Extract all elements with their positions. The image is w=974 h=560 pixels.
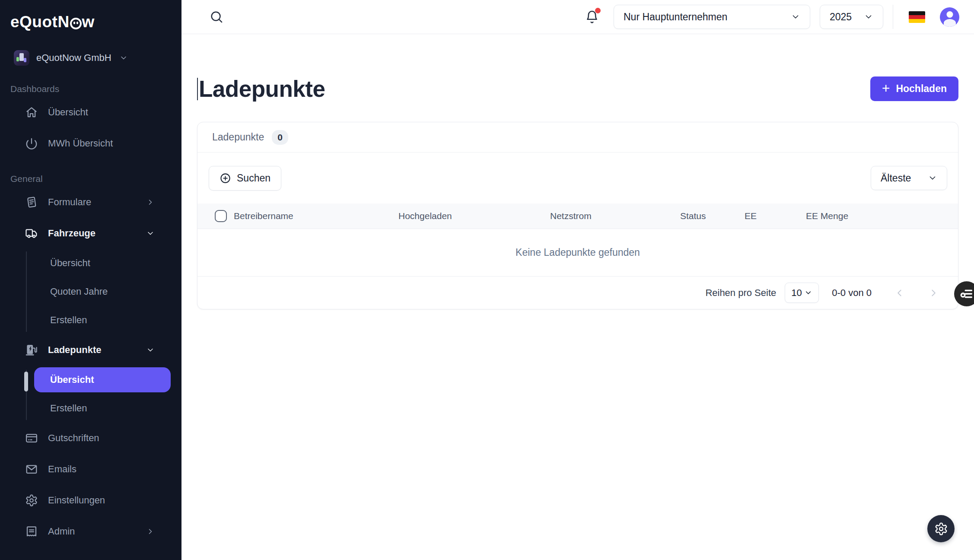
sidebar-item-label: Übersicht <box>48 107 88 118</box>
search-filter-button[interactable]: Suchen <box>209 166 281 191</box>
sidebar-item-label: Übersicht <box>50 258 90 269</box>
sidebar-subitem-fahrzeuge-erstellen[interactable]: Erstellen <box>0 306 181 334</box>
flag-gold-stripe <box>909 19 925 23</box>
chevron-down-icon <box>146 229 155 238</box>
sidebar-item-emails[interactable]: Emails <box>0 454 181 485</box>
settings-fab-button[interactable] <box>927 515 955 542</box>
upload-button-label: Hochladen <box>896 83 947 95</box>
table-header: Betreibername Hochgeladen Netzstrom Stat… <box>197 204 958 229</box>
sidebar-subitem-quoten-jahre[interactable]: Quoten Jahre <box>0 277 181 306</box>
sort-select[interactable]: Älteste <box>871 166 947 190</box>
topbar-divider <box>893 5 893 29</box>
main-content: Ladepunkte + Hochladen Ladepunkte 0 Such… <box>181 34 974 560</box>
next-page-button[interactable] <box>928 287 939 299</box>
plus-icon: + <box>882 81 890 95</box>
topbar: Nur Hauptunternehmen 2025 <box>181 0 974 34</box>
plug-icon <box>70 18 82 29</box>
sidebar-item-label: Quoten Jahre <box>50 286 108 297</box>
tab-row: Ladepunkte 0 <box>197 122 958 153</box>
logo-text: eQuotNw <box>10 13 95 31</box>
chevron-down-icon <box>146 346 155 354</box>
gear-icon <box>934 522 948 536</box>
column-header: Netzstrom <box>550 211 680 221</box>
section-label-dashboards: Dashboards <box>10 84 181 94</box>
text-caret <box>197 78 198 100</box>
company-switcher[interactable]: eQuotNow GmbH <box>10 47 175 69</box>
sidebar-item-label: Fahrzeuge <box>48 228 95 239</box>
mail-icon <box>25 462 38 476</box>
rows-per-page-label: Reihen pro Seite <box>705 287 776 299</box>
sidebar-item-label: MWh Übersicht <box>48 138 113 149</box>
german-flag-icon[interactable] <box>909 11 925 23</box>
column-header: EE Menge <box>806 211 958 221</box>
previous-page-button[interactable] <box>894 287 905 299</box>
count-badge: 0 <box>272 130 288 145</box>
sidebar-item-einstellungen[interactable]: Einstellungen <box>0 485 181 516</box>
search-icon[interactable] <box>209 10 224 24</box>
year-value: 2025 <box>830 11 852 23</box>
power-icon <box>25 137 38 150</box>
sidebar-item-mwh-uebersicht[interactable]: MWh Übersicht <box>0 128 181 159</box>
chevron-down-icon <box>864 12 873 22</box>
tab-ladepunkte[interactable]: Ladepunkte <box>212 131 264 143</box>
chevron-right-icon <box>146 527 155 536</box>
gear-icon <box>25 493 38 507</box>
topbar-right: Nur Hauptunternehmen 2025 <box>585 5 959 29</box>
sort-value: Älteste <box>881 172 911 184</box>
column-header: Betreibername <box>234 211 398 221</box>
year-select[interactable]: 2025 <box>820 5 883 29</box>
sidebar-item-uebersicht[interactable]: Übersicht <box>0 97 181 128</box>
ladepunkte-sub-list: Übersicht Erstellen <box>0 367 181 423</box>
chevron-down-icon <box>928 173 937 183</box>
column-header: Status <box>680 211 745 221</box>
sidebar-item-label: Formulare <box>48 197 91 208</box>
user-avatar[interactable] <box>940 7 959 27</box>
sidebar-item-gutschriften[interactable]: Gutschriften <box>0 423 181 454</box>
sidebar-item-label: Erstellen <box>50 315 87 326</box>
sidebar-item-label: Erstellen <box>50 403 87 414</box>
company-name: eQuotNow GmbH <box>36 52 111 64</box>
sidebar-item-label: Ladepunkte <box>48 344 101 356</box>
sidebar-subitem-ladepunkte-erstellen[interactable]: Erstellen <box>0 394 181 423</box>
sidebar: eQuotNw eQuotNow GmbH Dashboards Übersic… <box>0 0 181 560</box>
sidebar-subitem-ladepunkte-uebersicht[interactable]: Übersicht <box>34 367 171 392</box>
rows-per-page-value: 10 <box>791 287 802 299</box>
sidebar-subitem-fahrzeuge-uebersicht[interactable]: Übersicht <box>0 249 181 277</box>
sidebar-item-formulare[interactable]: Formulare <box>0 187 181 218</box>
ladepunkte-card: Ladepunkte 0 Suchen Älteste Betreibernam… <box>197 122 958 309</box>
upload-button[interactable]: + Hochladen <box>870 76 958 101</box>
chevron-down-icon <box>791 12 800 22</box>
column-header: Hochgeladen <box>398 211 550 221</box>
sidebar-item-label: Übersicht <box>50 374 94 385</box>
active-item-indicator <box>24 372 28 391</box>
pagination: Reihen pro Seite 10 0-0 von 0 <box>197 277 958 309</box>
receipt-icon <box>25 525 38 538</box>
sidebar-item-ladepunkte[interactable]: Ladepunkte <box>0 334 181 366</box>
flag-red-stripe <box>909 15 925 19</box>
credit-card-icon <box>25 431 38 445</box>
charging-station-icon <box>25 343 38 357</box>
company-avatar <box>14 50 29 66</box>
form-icon <box>25 195 38 209</box>
notifications-button[interactable] <box>585 10 599 24</box>
flag-black-stripe <box>909 11 925 15</box>
sidebar-item-admin[interactable]: Admin <box>0 516 181 547</box>
select-all-checkbox[interactable] <box>215 210 227 222</box>
fahrzeuge-sub-list: Übersicht Quoten Jahre Erstellen <box>0 249 181 334</box>
sidebar-item-label: Admin <box>48 526 75 537</box>
circle-plus-icon <box>220 172 231 184</box>
rows-per-page-select[interactable]: 10 <box>785 283 819 303</box>
chevron-down-icon <box>119 54 128 62</box>
notification-badge <box>595 8 601 13</box>
company-filter-select[interactable]: Nur Hauptunternehmen <box>614 5 810 29</box>
company-filter-value: Nur Hauptunternehmen <box>624 11 727 23</box>
sidebar-nav: Übersicht MWh Übersicht General Formular… <box>0 97 181 547</box>
sidebar-item-fahrzeuge[interactable]: Fahrzeuge <box>0 218 181 249</box>
chevron-down-icon <box>804 289 812 297</box>
app-logo[interactable]: eQuotNw <box>0 0 181 31</box>
sidebar-item-label: Gutschriften <box>48 433 99 444</box>
pagination-range: 0-0 von 0 <box>832 287 872 299</box>
empty-state-message: Keine Ladepunkte gefunden <box>197 229 958 277</box>
section-label-general: General <box>10 174 181 184</box>
accessibility-menu-icon <box>959 286 974 301</box>
